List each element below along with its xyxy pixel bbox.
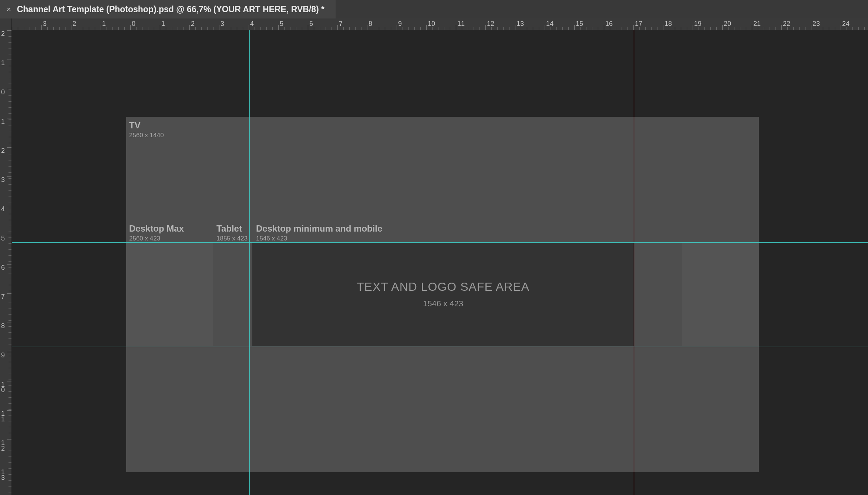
label-mobile-name: Desktop minimum and mobile (256, 223, 382, 234)
ruler-h-tick-label: 12 (487, 20, 494, 28)
ruler-v-tick-label: 6 (1, 265, 6, 270)
ruler-v-tick-label: 4 (1, 206, 6, 212)
label-mobile-dim: 1546 x 423 (256, 235, 382, 242)
close-icon[interactable]: × (7, 5, 11, 14)
ruler-h-tick: 3 (41, 18, 71, 30)
safe-area-dim: 1546 x 423 (423, 299, 463, 309)
ruler-h-tick: 4 (249, 18, 278, 30)
ruler-v-tick-label: 7 (1, 294, 6, 300)
ruler-h-tick: 13 (515, 18, 545, 30)
ruler-h-tick: 6 (308, 18, 337, 30)
ruler-h-tick-label: 11 (457, 20, 465, 28)
ruler-h-tick: 22 (781, 18, 811, 30)
ruler-v-tick-label: 1 1 (1, 411, 6, 422)
label-tablet: Tablet 1855 x 423 (216, 223, 248, 242)
ruler-h-tick-label: 16 (605, 20, 613, 28)
ruler-h-tick-label: 3 (221, 20, 224, 28)
label-tablet-dim: 1855 x 423 (216, 235, 248, 242)
ruler-h-tick: 14 (545, 18, 574, 30)
ruler-v-tick: 4 (0, 206, 12, 235)
ruler-h-tick: 23 (811, 18, 841, 30)
ruler-h-tick: 17 (633, 18, 663, 30)
label-desktop-max-dim: 2560 x 423 (129, 235, 184, 242)
ruler-v-tick: 1 1 (0, 410, 12, 440)
ruler-vertical[interactable]: 2101234567891 01 11 21 3 (0, 30, 12, 495)
ruler-h-tick-label: 23 (813, 20, 820, 28)
ruler-h-tick: 24 (841, 18, 868, 30)
ruler-h-tick-label: 3 (43, 20, 47, 28)
ruler-h-tick-label: 13 (517, 20, 524, 28)
ruler-v-tick-label: 8 (1, 323, 6, 329)
ruler-h-tick-label: 7 (339, 20, 343, 28)
ruler-v-tick: 1 0 (0, 381, 12, 410)
label-desktop-max: Desktop Max 2560 x 423 (129, 223, 184, 242)
ruler-v-tick-label: 2 (1, 31, 6, 37)
zone-tablet-left (213, 242, 252, 346)
ruler-v-tick: 2 (0, 147, 12, 176)
ruler-v-tick-label: 1 3 (1, 469, 6, 481)
ruler-h-tick-label: 20 (724, 20, 731, 28)
ruler-h-tick: 21 (752, 18, 781, 30)
ruler-v-tick: 1 3 (0, 469, 12, 495)
ruler-v-tick-label: 0 (1, 90, 6, 95)
ruler-h-tick: 1 (101, 18, 130, 30)
ruler-v-tick-label: 1 0 (1, 382, 6, 393)
ruler-h-tick: 2 (71, 18, 101, 30)
ruler-h-tick-label: 17 (635, 20, 642, 28)
ruler-h-tick-label: 1 (102, 20, 106, 28)
ruler-v-tick: 1 (0, 60, 12, 89)
ruler-h-tick-label: 5 (280, 20, 283, 28)
document-tab[interactable]: × Channel Art Template (Photoshop).psd @… (0, 0, 336, 18)
ruler-v-tick: 2 (0, 30, 12, 60)
ruler-v-tick: 6 (0, 264, 12, 293)
ruler-h-tick: 18 (663, 18, 693, 30)
ruler-h-tick: 19 (693, 18, 722, 30)
document-tab-title: Channel Art Template (Photoshop).psd @ 6… (17, 4, 324, 14)
ruler-v-tick-label: 5 (1, 236, 6, 241)
ruler-v-tick: 7 (0, 293, 12, 323)
ruler-v-tick-label: 3 (1, 177, 6, 183)
ruler-h-tick: 12 (485, 18, 515, 30)
document-tab-bar: × Channel Art Template (Photoshop).psd @… (0, 0, 868, 18)
ruler-h-tick: 11 (456, 18, 485, 30)
ruler-h-tick: 9 (397, 18, 426, 30)
ruler-h-tick: 16 (604, 18, 633, 30)
ruler-h-tick: 10 (426, 18, 456, 30)
zone-tablet-right (634, 242, 682, 346)
ruler-h-tick-label: 22 (783, 20, 790, 28)
ruler-v-tick-label: 1 (1, 119, 6, 124)
zone-desktop-max-left (126, 242, 213, 346)
ruler-h-tick-label: 9 (398, 20, 402, 28)
ruler-h-tick: 5 (278, 18, 308, 30)
ruler-v-tick: 0 (0, 89, 12, 118)
ruler-v-tick-label: 2 (1, 148, 6, 154)
workspace: 3210123456789101112131415161718192021222… (0, 18, 868, 495)
ruler-h-tick: 2 (189, 18, 219, 30)
ruler-v-tick-label: 9 (1, 353, 6, 358)
ruler-h-tick-label: 14 (546, 20, 554, 28)
ruler-h-tick-label: 21 (753, 20, 761, 28)
ruler-v-tick-label: 1 2 (1, 440, 6, 452)
ruler-v-tick: 1 (0, 118, 12, 147)
label-tv-dim: 2560 x 1440 (129, 132, 164, 139)
ruler-horizontal[interactable]: 3210123456789101112131415161718192021222… (12, 18, 868, 30)
ruler-h-tick: 3 (219, 18, 249, 30)
ruler-h-tick-label: 8 (369, 20, 372, 28)
ruler-h-tick-label: 24 (842, 20, 850, 28)
ruler-h-tick-label: 0 (132, 20, 135, 28)
ruler-origin-corner[interactable] (0, 18, 12, 30)
label-mobile: Desktop minimum and mobile 1546 x 423 (256, 223, 382, 242)
ruler-h-tick-label: 18 (665, 20, 672, 28)
label-tablet-name: Tablet (216, 223, 248, 234)
ruler-v-tick-label: 1 (1, 60, 6, 66)
ruler-v-tick: 5 (0, 235, 12, 264)
label-desktop-max-name: Desktop Max (129, 223, 184, 234)
zone-desktop-max-right (682, 242, 759, 346)
ruler-v-tick: 8 (0, 323, 12, 352)
safe-area-title: TEXT AND LOGO SAFE AREA (357, 280, 529, 294)
canvas[interactable]: TEXT AND LOGO SAFE AREA 1546 x 423 TV 25… (12, 30, 868, 495)
ruler-h-tick-label: 19 (694, 20, 702, 28)
ruler-v-tick: 1 2 (0, 440, 12, 469)
ruler-v-tick: 9 (0, 352, 12, 381)
ruler-h-tick: 15 (574, 18, 604, 30)
